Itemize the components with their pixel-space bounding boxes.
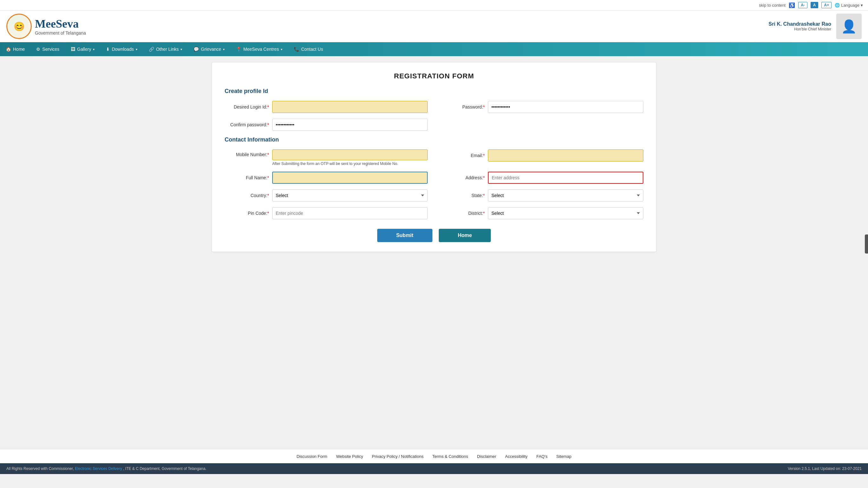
bottom-bar-left: All Rights Reserved with Commissioner, E… bbox=[6, 466, 207, 471]
group-desired-login-id: Desired Login Id:* bbox=[225, 101, 428, 113]
mobile-wrap: After Submitting the form an OTP will be… bbox=[272, 149, 428, 166]
grievance-icon: 💬 bbox=[193, 47, 199, 52]
mobile-hint: After Submitting the form an OTP will be… bbox=[272, 161, 428, 166]
password-label: Password:* bbox=[440, 104, 485, 110]
nav-downloads-label: Downloads bbox=[112, 47, 133, 52]
footer-terms[interactable]: Terms & Conditions bbox=[432, 454, 468, 459]
font-large-button[interactable]: A+ bbox=[822, 2, 832, 8]
brand-sub: Government of Telangana bbox=[35, 30, 86, 35]
footer-links: Discussion Form Website Policy Privacy P… bbox=[0, 449, 868, 463]
font-medium-button[interactable]: A bbox=[811, 2, 818, 8]
nav-home-label: Home bbox=[13, 47, 25, 52]
district-select[interactable]: Select bbox=[488, 207, 643, 219]
address-input[interactable] bbox=[488, 172, 643, 184]
minister-info: Sri K. Chandrashekar Rao Hon'ble Chief M… bbox=[769, 21, 831, 31]
group-district: District:* Select bbox=[440, 207, 643, 219]
nav-services-label: Services bbox=[42, 47, 59, 52]
other-links-icon: 🔗 bbox=[149, 47, 154, 52]
country-select[interactable]: Select bbox=[272, 189, 428, 202]
address-label: Address:* bbox=[440, 175, 485, 180]
language-label: Language bbox=[841, 3, 860, 8]
pin-code-input[interactable] bbox=[272, 207, 428, 219]
registration-form-card: REGISTRATION FORM Create profile Id Desi… bbox=[212, 62, 656, 252]
group-full-name: Full Name:* bbox=[225, 172, 428, 184]
downloads-icon: ⬇ bbox=[106, 47, 110, 52]
nav-meeseva-centres[interactable]: 📍 MeeSeva Centres ▾ bbox=[230, 42, 288, 56]
row-confirm-password: Confirm password:* bbox=[225, 119, 643, 131]
gallery-caret: ▾ bbox=[93, 48, 95, 51]
email-label: Email:* bbox=[440, 153, 485, 158]
nav-services[interactable]: ⚙ Services bbox=[30, 42, 65, 56]
submit-button[interactable]: Submit bbox=[377, 229, 432, 242]
navbar: 🏠 Home ⚙ Services 🖼 Gallery ▾ ⬇ Download… bbox=[0, 42, 868, 56]
group-password: Password:* bbox=[440, 101, 643, 113]
email-input[interactable] bbox=[488, 149, 643, 161]
top-bar: skip to content ♿ A- A A+ 🌐 Language ▾ bbox=[0, 0, 868, 10]
desired-login-id-label: Desired Login Id:* bbox=[225, 104, 269, 110]
home-button[interactable]: Home bbox=[439, 229, 491, 242]
row-country-state: Country:* Select State:* Select bbox=[225, 189, 643, 202]
button-row: Submit Home bbox=[225, 229, 643, 242]
row-login-password: Desired Login Id:* Password:* bbox=[225, 101, 643, 113]
state-label: State:* bbox=[440, 193, 485, 198]
full-name-label: Full Name:* bbox=[225, 175, 269, 180]
nav-meeseva-centres-label: MeeSeva Centres bbox=[243, 47, 279, 52]
home-icon: 🏠 bbox=[6, 47, 11, 52]
language-caret: ▾ bbox=[861, 3, 863, 8]
confirm-password-input[interactable] bbox=[272, 119, 428, 131]
row-pincode-district: Pin Code:* District:* Select bbox=[225, 207, 643, 219]
nav-other-links-label: Other Links bbox=[156, 47, 179, 52]
confirm-password-label: Confirm password:* bbox=[225, 122, 269, 127]
password-input[interactable] bbox=[488, 101, 643, 113]
contact-us-icon: 📞 bbox=[294, 47, 299, 52]
mobile-number-input[interactable] bbox=[272, 149, 428, 160]
footer-accessibility[interactable]: Accessibility bbox=[505, 454, 528, 459]
footer-discussion-form[interactable]: Discussion Form bbox=[297, 454, 328, 459]
gallery-icon: 🖼 bbox=[71, 47, 75, 52]
nav-contact-us[interactable]: 📞 Contact Us bbox=[288, 42, 329, 56]
meeseva-centres-caret: ▾ bbox=[281, 48, 282, 51]
accessibility-icon: ♿ bbox=[789, 2, 795, 8]
downloads-caret: ▾ bbox=[136, 48, 137, 51]
nav-home[interactable]: 🏠 Home bbox=[0, 42, 30, 56]
footer-website-policy[interactable]: Website Policy bbox=[336, 454, 363, 459]
group-confirm-password: Confirm password:* bbox=[225, 119, 428, 131]
nav-grievance[interactable]: 💬 Grievance ▾ bbox=[188, 42, 230, 56]
form-title: REGISTRATION FORM bbox=[225, 72, 643, 80]
nav-downloads[interactable]: ⬇ Downloads ▾ bbox=[100, 42, 143, 56]
district-label: District:* bbox=[440, 211, 485, 216]
bottom-bar: All Rights Reserved with Commissioner, E… bbox=[0, 463, 868, 474]
section2-title: Contact Information bbox=[225, 136, 643, 143]
minister-title: Hon'ble Chief Minister bbox=[769, 27, 831, 31]
scroll-indicator[interactable] bbox=[865, 235, 868, 253]
group-state: State:* Select bbox=[440, 189, 643, 202]
group-mobile: Mobile Number:* After Submitting the for… bbox=[225, 149, 428, 166]
state-select[interactable]: Select bbox=[488, 189, 643, 202]
desired-login-id-input[interactable] bbox=[272, 101, 428, 113]
footer-sitemap[interactable]: Sitemap bbox=[556, 454, 572, 459]
logo-icon: 😊 bbox=[6, 13, 32, 39]
pin-code-label: Pin Code:* bbox=[225, 211, 269, 216]
mobile-number-label: Mobile Number:* bbox=[225, 149, 269, 157]
main-content: REGISTRATION FORM Create profile Id Desi… bbox=[0, 56, 868, 449]
other-links-caret: ▾ bbox=[181, 48, 182, 51]
row-mobile-email: Mobile Number:* After Submitting the for… bbox=[225, 149, 643, 166]
full-name-input[interactable] bbox=[272, 172, 428, 184]
font-small-button[interactable]: A- bbox=[798, 2, 807, 8]
group-address: Address:* bbox=[440, 172, 643, 184]
skip-to-content[interactable]: skip to content bbox=[759, 3, 785, 8]
esd-link[interactable]: Electronic Services Delivery bbox=[75, 466, 122, 471]
minister-area: Sri K. Chandrashekar Rao Hon'ble Chief M… bbox=[769, 13, 862, 39]
language-selector[interactable]: 🌐 Language ▾ bbox=[835, 3, 863, 8]
row-fullname-address: Full Name:* Address:* bbox=[225, 172, 643, 184]
globe-icon: 🌐 bbox=[835, 3, 840, 8]
footer-privacy-policy[interactable]: Privacy Policy / Notifications bbox=[372, 454, 424, 459]
nav-gallery[interactable]: 🖼 Gallery ▾ bbox=[65, 42, 100, 56]
nav-other-links[interactable]: 🔗 Other Links ▾ bbox=[143, 42, 188, 56]
header: 😊 MeeSeva Government of Telangana Sri K.… bbox=[0, 10, 868, 42]
footer-faq[interactable]: FAQ's bbox=[536, 454, 548, 459]
section1-title: Create profile Id bbox=[225, 88, 643, 95]
bottom-bar-right: Version 2.5.1, Last Updated on: 23-07-20… bbox=[788, 466, 862, 471]
group-email: Email:* bbox=[440, 149, 643, 161]
footer-disclaimer[interactable]: Disclaimer bbox=[477, 454, 496, 459]
